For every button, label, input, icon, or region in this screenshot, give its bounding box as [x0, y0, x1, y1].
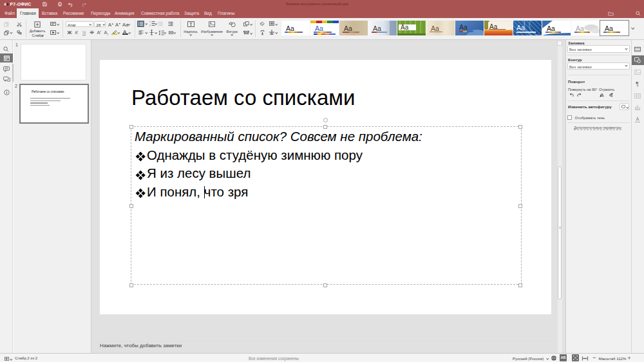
svg-text:1: 1 — [149, 21, 151, 23]
svg-text:2: 2 — [149, 24, 151, 27]
